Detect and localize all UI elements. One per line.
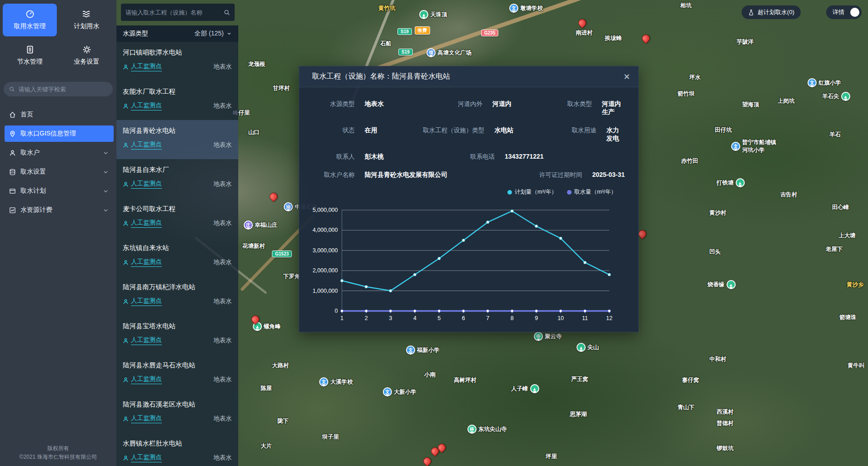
source-type-filter[interactable]: 水源类型 全部 (125) xyxy=(116,25,238,42)
map-place-label: 锣鼓坑 xyxy=(717,445,734,452)
map-place-label: 芋陂洋 xyxy=(737,38,754,46)
map-label-text: 上岗坑 xyxy=(778,97,795,105)
field-row: 水源类型地表水河道内外河道内取水类型河道内生产 xyxy=(313,100,625,116)
manual-monitor-link[interactable]: 人工监测点 xyxy=(123,180,162,189)
manual-monitor-link[interactable]: 人工监测点 xyxy=(123,62,162,71)
map-poi-school[interactable]: 文红旗小学 xyxy=(808,78,841,87)
sidebar-search-input[interactable] xyxy=(19,86,107,93)
map-pin-marker[interactable] xyxy=(268,191,279,202)
map-poi-mountain[interactable]: 羊石尖▲ xyxy=(822,92,850,101)
list-item[interactable]: 友能水厂取水工程人工监测点地表水 xyxy=(116,81,238,120)
field-value: 2025-03-31 xyxy=(592,171,625,178)
menu-item-water-resource-billing[interactable]: 水资源计费 xyxy=(5,202,114,218)
list-item[interactable]: 陆河县自来水厂人工监测点地表水 xyxy=(116,159,238,198)
map-label-text: 大路村 xyxy=(272,362,289,370)
map-pin-marker[interactable] xyxy=(421,456,432,466)
school-icon: 文 xyxy=(383,387,392,396)
legend-item-actual[interactable]: 取水量（m³/年） xyxy=(567,188,617,196)
map-poi-mountain[interactable]: 人子嶂▲ xyxy=(511,384,539,393)
facility-name: 陆河县水唇走马石水电站 xyxy=(123,361,232,370)
person-icon xyxy=(123,220,129,226)
document-icon xyxy=(25,45,35,54)
map-poi-mountain[interactable]: 打铁塘▲ xyxy=(717,178,745,187)
map-place-label: 坪水 xyxy=(689,74,701,81)
manual-monitor-link[interactable]: 人工监测点 xyxy=(123,101,162,110)
map-place-label: 西溪村 xyxy=(717,408,734,416)
toggle-knob[interactable] xyxy=(850,8,859,17)
menu-label: 首页 xyxy=(20,110,33,119)
list-item[interactable]: 陆河县水唇走马石水电站人工监测点地表水 xyxy=(116,355,238,394)
map-place-label: 吉告村 xyxy=(780,191,798,199)
manual-monitor-link[interactable]: 人工监测点 xyxy=(123,336,162,345)
manual-monitor-link[interactable]: 人工监测点 xyxy=(123,297,162,306)
map-poi-mountain[interactable]: ▲螺角峰 xyxy=(253,322,281,331)
monitor-label: 人工监测点 xyxy=(131,219,162,228)
search-icon xyxy=(9,86,15,92)
map-pin-marker[interactable] xyxy=(577,17,587,28)
filter-label: 水源类型 xyxy=(123,30,148,38)
field-cell: 取水用途水力发电 xyxy=(555,126,625,143)
legend-item-plan[interactable]: 计划量（m³/年） xyxy=(507,188,557,196)
monitor-label: 人工监测点 xyxy=(131,375,162,384)
menu-item-home[interactable]: 首页 xyxy=(5,106,114,123)
list-item[interactable]: 麦卡公司取水工程人工监测点地表水 xyxy=(116,198,238,237)
list-item[interactable]: 水唇镇水栏肚水电站人工监测点地表水 xyxy=(116,433,238,466)
map-poi-trees[interactable]: 林东坑尖山寺 xyxy=(467,425,507,434)
map-poi-temple[interactable]: 寺聚云寺 xyxy=(534,332,562,341)
list-item[interactable]: 河口镇唱歌潭水电站人工监测点地表水 xyxy=(116,42,238,81)
map-pin-marker[interactable] xyxy=(640,33,651,44)
module-water-intake-management[interactable]: 取用水管理 xyxy=(3,4,57,36)
map-poi-school[interactable]: 文普宁市船埔镇河坑小学 xyxy=(731,139,776,154)
y-axis-tick-label: 3,000,000 xyxy=(312,247,338,254)
field-cell: 状态在用 xyxy=(313,126,416,135)
menu-item-water-intake-plan[interactable]: 取水计划 xyxy=(5,183,114,199)
map-label-text: 中和村 xyxy=(709,356,727,363)
manual-monitor-link[interactable]: 人工监测点 xyxy=(123,140,162,150)
list-item[interactable]: 陆河县青砼水电站人工监测点地表水 xyxy=(116,120,238,159)
detail-toggle[interactable]: 详情 xyxy=(826,5,862,19)
map-poi-culture[interactable]: 馆高塘文化广场 xyxy=(426,48,472,57)
menu-label: 取水户 xyxy=(20,149,40,157)
map-poi-school[interactable]: 文大溪学校 xyxy=(319,377,353,386)
field-cell: 取水工程（设施）类型水电站 xyxy=(416,126,554,135)
map-poi-resort[interactable]: 庄幸福山庄 xyxy=(244,220,277,230)
manual-monitor-link[interactable]: 人工监测点 xyxy=(123,219,162,228)
map-poi-mountain[interactable]: ▲天珠顶 xyxy=(419,10,447,19)
module-water-saving-management[interactable]: 节水管理 xyxy=(3,39,57,72)
list-item[interactable]: 陆河县南万镇杞洋水电站人工监测点地表水 xyxy=(116,276,238,316)
module-planned-water-use[interactable]: 计划用水 xyxy=(60,4,114,36)
module-label: 取用水管理 xyxy=(14,22,46,30)
database-icon xyxy=(9,169,16,175)
map-poi-label: 高塘文化广场 xyxy=(437,49,472,57)
map-poi-school[interactable]: 文福新小学 xyxy=(406,346,440,355)
manual-monitor-link[interactable]: 人工监测点 xyxy=(123,258,162,267)
person-icon xyxy=(123,416,129,422)
manual-monitor-link[interactable]: 人工监测点 xyxy=(123,453,162,462)
road-shield: G235 xyxy=(481,30,498,36)
manual-monitor-link[interactable]: 人工监测点 xyxy=(123,414,162,423)
list-item[interactable]: 陆河县宝塔水电站人工监测点地表水 xyxy=(116,316,238,355)
map-poi-label: 大溪学校 xyxy=(330,378,353,386)
map-poi-label: 墩塘学校 xyxy=(520,5,543,12)
map-poi-mountain[interactable]: 烧香缘▲ xyxy=(707,280,736,289)
water-source-type: 地表水 xyxy=(214,180,232,188)
map-poi-school[interactable]: 文墩塘学校 xyxy=(509,4,543,13)
map-poi-mountain[interactable]: ▲尖山 xyxy=(577,343,599,352)
manual-monitor-link[interactable]: 人工监测点 xyxy=(123,375,162,384)
map-place-label: 下罗角 xyxy=(283,273,301,281)
field-value: 水电站 xyxy=(494,126,513,135)
module-label: 节水管理 xyxy=(17,58,43,66)
facility-search-input[interactable] xyxy=(125,9,224,16)
close-icon[interactable]: ✕ xyxy=(623,73,630,81)
list-item[interactable]: 东坑镇自来水站人工监测点地表水 xyxy=(116,237,238,276)
search-icon[interactable] xyxy=(224,9,230,16)
menu-item-water-intake-settings[interactable]: 取水设置 xyxy=(5,164,114,180)
map-poi-school[interactable]: 文大新小学 xyxy=(383,387,416,396)
menu-item-gis-info-management[interactable]: 取水口GIS信息管理 xyxy=(5,125,114,142)
water-source-type: 地表水 xyxy=(214,376,232,384)
module-business-settings[interactable]: 业务设置 xyxy=(60,39,114,72)
list-item[interactable]: 陆河县激石溪老区水电站人工监测点地表水 xyxy=(116,394,238,433)
over-plan-intake-badge[interactable]: 超计划取水(0) xyxy=(742,5,801,19)
field-value: 陆河县青砼水电发展有限公司 xyxy=(365,171,447,179)
menu-item-water-users[interactable]: 取水户 xyxy=(5,145,114,161)
